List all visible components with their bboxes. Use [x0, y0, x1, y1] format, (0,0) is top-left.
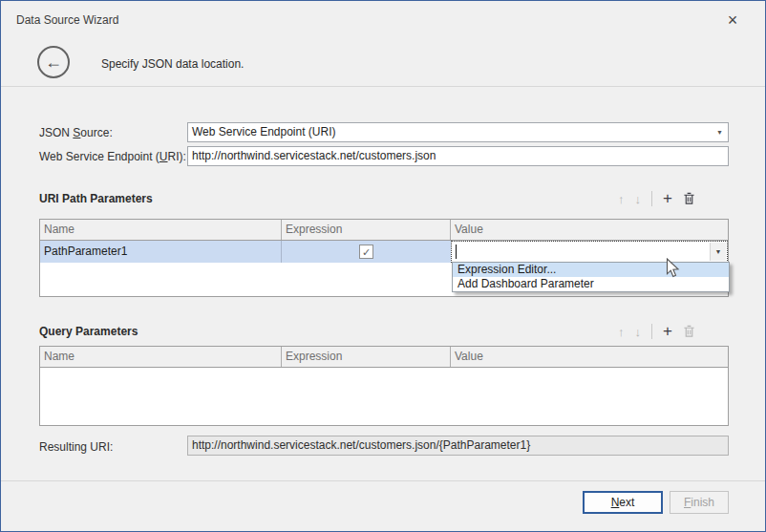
back-arrow-icon: ← — [45, 53, 62, 73]
column-header-value[interactable]: Value — [451, 347, 728, 367]
close-icon[interactable]: × — [719, 9, 746, 32]
endpoint-label: Web Service Endpoint (URI): — [39, 150, 186, 163]
text-caret — [456, 245, 457, 259]
header-divider — [1, 86, 765, 87]
endpoint-input[interactable]: http://northwind.servicestack.net/custom… — [187, 146, 729, 166]
endpoint-value: http://northwind.servicestack.net/custom… — [192, 149, 436, 162]
data-source-wizard-dialog: Data Source Wizard × ← Specify JSON data… — [0, 0, 766, 532]
json-source-label: JSON Source: — [39, 126, 113, 139]
resulting-uri-field: http://northwind.servicestack.net/custom… — [187, 436, 729, 456]
column-header-name[interactable]: Name — [40, 220, 282, 240]
table-row[interactable]: PathParameter1 ✓ ▼ — [40, 241, 728, 263]
value-cell[interactable]: ▼ — [451, 241, 728, 263]
trash-icon[interactable] — [683, 325, 695, 338]
expression-checkbox[interactable]: ✓ — [359, 245, 373, 259]
query-parameters-title: Query Parameters — [39, 325, 138, 338]
chevron-down-icon[interactable]: ▼ — [716, 123, 723, 141]
add-parameter-icon[interactable]: + — [663, 323, 672, 339]
column-header-expression[interactable]: Expression — [282, 220, 451, 240]
editor-dropdown-button[interactable]: ▼ — [710, 243, 726, 261]
json-source-value: Web Service Endpoint (URI) — [192, 125, 336, 138]
column-header-expression[interactable]: Expression — [282, 347, 451, 367]
mouse-cursor-icon — [666, 258, 681, 282]
move-down-icon[interactable]: ↓ — [635, 326, 642, 338]
window-title: Data Source Wizard — [16, 13, 118, 27]
column-header-value[interactable]: Value — [451, 220, 728, 240]
move-up-icon[interactable]: ↑ — [618, 193, 625, 205]
next-button[interactable]: Next — [583, 491, 663, 514]
query-parameters-table: Name Expression Value — [39, 346, 729, 426]
query-parameters-toolbar: ↑ ↓ + — [618, 323, 695, 340]
uri-path-parameters-title: URI Path Parameters — [39, 192, 153, 205]
table-header: Name Expression Value — [40, 347, 728, 368]
page-instruction: Specify JSON data location. — [101, 57, 244, 71]
uri-path-parameters-toolbar: ↑ ↓ + — [618, 190, 695, 207]
move-down-icon[interactable]: ↓ — [635, 193, 642, 205]
chevron-down-icon: ▼ — [715, 242, 722, 263]
parameter-name-cell[interactable]: PathParameter1 — [40, 241, 282, 263]
footer-divider — [1, 480, 765, 481]
value-editor[interactable]: ▼ — [451, 241, 728, 263]
toolbar-separator — [651, 191, 652, 206]
finish-button[interactable]: Finish — [670, 491, 729, 514]
column-header-name[interactable]: Name — [40, 347, 282, 367]
dropdown-item-add-dashboard-parameter[interactable]: Add Dashboard Parameter — [453, 277, 729, 291]
dropdown-item-expression-editor[interactable]: Expression Editor... — [453, 263, 729, 277]
resulting-uri-value: http://northwind.servicestack.net/custom… — [192, 438, 530, 452]
back-button[interactable]: ← — [37, 46, 70, 78]
resulting-uri-label: Resulting URI: — [39, 440, 113, 454]
add-parameter-icon[interactable]: + — [663, 190, 672, 206]
trash-icon[interactable] — [683, 192, 695, 205]
value-dropdown-list: Expression Editor... Add Dashboard Param… — [452, 262, 730, 292]
expression-cell[interactable]: ✓ — [282, 241, 451, 263]
table-header: Name Expression Value — [40, 220, 728, 241]
check-icon: ✓ — [362, 242, 371, 263]
toolbar-separator — [651, 324, 652, 339]
move-up-icon[interactable]: ↑ — [618, 326, 625, 338]
json-source-combobox[interactable]: Web Service Endpoint (URI) ▼ — [187, 122, 729, 142]
